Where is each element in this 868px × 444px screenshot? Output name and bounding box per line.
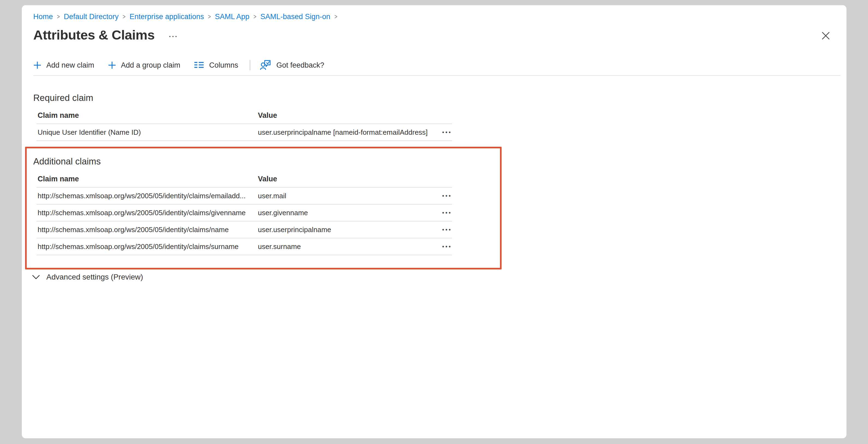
claim-value-cell: user.userprincipalname: [258, 226, 434, 234]
claim-value-cell: user.surname: [258, 242, 434, 251]
title-more-icon[interactable]: ···: [169, 32, 178, 41]
add-new-claim-button[interactable]: Add new claim: [33, 61, 94, 69]
plus-icon: [33, 61, 41, 69]
breadcrumb-saml-app[interactable]: SAML App: [215, 12, 249, 21]
breadcrumb-home[interactable]: Home: [33, 12, 53, 21]
row-overflow-menu-icon[interactable]: •••: [439, 242, 452, 251]
attributes-claims-panel: Home > Default Directory > Enterprise ap…: [22, 5, 846, 438]
additional-claims-heading: Additional claims: [33, 156, 846, 167]
feedback-icon: [260, 59, 272, 71]
claim-value-cell: user.userprincipalname [nameid-format:em…: [258, 128, 434, 137]
column-header-value: Value: [258, 111, 434, 120]
required-claim-table: Claim name Value Unique User Identifier …: [36, 103, 452, 141]
plus-icon: [108, 61, 116, 69]
table-row[interactable]: http://schemas.xmlsoap.org/ws/2005/05/id…: [36, 205, 452, 221]
advanced-settings-toggle[interactable]: Advanced settings (Preview): [32, 273, 143, 282]
close-icon: [822, 31, 830, 40]
columns-label: Columns: [209, 61, 238, 69]
column-header-claim-name: Claim name: [38, 111, 258, 120]
row-overflow-menu-icon[interactable]: •••: [439, 208, 452, 218]
row-overflow-menu-icon[interactable]: •••: [439, 225, 452, 235]
got-feedback-button[interactable]: Got feedback?: [260, 59, 324, 71]
table-row[interactable]: http://schemas.xmlsoap.org/ws/2005/05/id…: [36, 221, 452, 238]
claim-name-cell: http://schemas.xmlsoap.org/ws/2005/05/id…: [38, 192, 258, 200]
table-header-row: Claim name Value: [36, 103, 452, 124]
claim-name-cell: http://schemas.xmlsoap.org/ws/2005/05/id…: [38, 226, 258, 234]
page-title: Attributes & Claims: [33, 27, 155, 42]
claim-value-cell: user.mail: [258, 192, 434, 200]
claim-name-cell: Unique User Identifier (Name ID): [38, 128, 258, 137]
columns-icon: [194, 61, 204, 69]
add-new-claim-label: Add new claim: [46, 61, 94, 69]
row-overflow-menu-icon[interactable]: •••: [439, 191, 452, 201]
chevron-down-icon: [32, 275, 40, 279]
add-group-claim-button[interactable]: Add a group claim: [108, 61, 181, 69]
required-claim-heading: Required claim: [33, 93, 846, 103]
breadcrumb-separator-icon: >: [57, 12, 60, 21]
toolbar-divider: [250, 60, 250, 70]
breadcrumb-separator-icon: >: [123, 12, 126, 21]
claim-value-cell: user.givenname: [258, 209, 434, 217]
column-header-claim-name: Claim name: [38, 175, 258, 183]
table-row[interactable]: Unique User Identifier (Name ID) user.us…: [36, 124, 452, 141]
columns-button[interactable]: Columns: [194, 61, 238, 69]
close-button[interactable]: [819, 29, 832, 42]
claim-name-cell: http://schemas.xmlsoap.org/ws/2005/05/id…: [38, 242, 258, 251]
table-row[interactable]: http://schemas.xmlsoap.org/ws/2005/05/id…: [36, 188, 452, 205]
add-group-claim-label: Add a group claim: [121, 61, 181, 69]
column-header-value: Value: [258, 175, 434, 183]
got-feedback-label: Got feedback?: [276, 61, 324, 69]
command-bar: Add new claim Add a group claim Columns: [33, 59, 840, 76]
table-header-row: Claim name Value: [36, 167, 452, 188]
breadcrumb: Home > Default Directory > Enterprise ap…: [33, 12, 846, 21]
additional-claims-table: Claim name Value http://schemas.xmlsoap.…: [36, 167, 452, 255]
breadcrumb-separator-icon: >: [334, 12, 337, 21]
breadcrumb-enterprise-applications[interactable]: Enterprise applications: [129, 12, 204, 21]
breadcrumb-separator-icon: >: [253, 12, 256, 21]
row-overflow-menu-icon[interactable]: •••: [439, 128, 452, 137]
breadcrumb-separator-icon: >: [208, 12, 211, 21]
advanced-settings-label: Advanced settings (Preview): [46, 273, 143, 282]
breadcrumb-saml-based-sign-on[interactable]: SAML-based Sign-on: [260, 12, 331, 21]
claim-name-cell: http://schemas.xmlsoap.org/ws/2005/05/id…: [38, 209, 258, 217]
table-row[interactable]: http://schemas.xmlsoap.org/ws/2005/05/id…: [36, 238, 452, 255]
breadcrumb-default-directory[interactable]: Default Directory: [64, 12, 119, 21]
